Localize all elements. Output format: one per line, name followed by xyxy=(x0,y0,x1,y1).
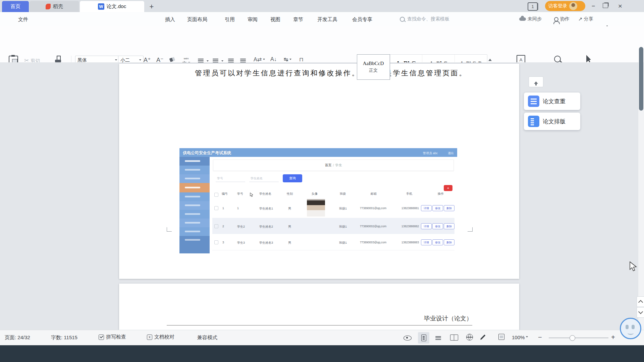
edit-button: 修改 xyxy=(432,205,443,211)
zoom-slider-track[interactable] xyxy=(549,338,608,338)
edit-button: 修改 xyxy=(432,239,443,245)
clear-format-eraser-icon[interactable] xyxy=(169,57,175,62)
share-button[interactable]: ↗ 分享 xyxy=(578,16,593,22)
window-manage-button[interactable]: 1 xyxy=(528,2,538,11)
label: 审阅 xyxy=(248,16,258,22)
ribbon-tab-section[interactable]: 章节 xyxy=(292,15,304,24)
cell-sno: 学生3 xyxy=(237,241,245,245)
spellcheck-button[interactable]: 拼写检查 xyxy=(99,334,126,340)
col-header: 学号 xyxy=(237,192,243,196)
word-count[interactable]: 字数: 11515 xyxy=(51,335,77,341)
header-rule xyxy=(167,325,472,325)
panel-collapse-button[interactable] xyxy=(529,76,543,87)
character-scale-icon[interactable]: A⇄ xyxy=(254,56,265,63)
status-bar: 页面: 24/32 字数: 11515 拼写检查 x 文档校对 兼容模式 100… xyxy=(0,330,644,346)
outline-view-icon[interactable] xyxy=(435,335,441,341)
shot-user: 管理员 abc xyxy=(423,151,438,156)
ribbon-tab-view[interactable]: 视图 xyxy=(270,15,281,24)
embedded-figure-image: 供电公司安全生产考试系统 管理员 abc 退出 首页 / 学生 学号 学生姓名 … xyxy=(179,146,457,253)
col-header: 操作 xyxy=(438,192,444,196)
eye-protect-icon[interactable] xyxy=(404,336,412,341)
previous-page-button[interactable] xyxy=(637,296,644,307)
detail-button: 详情 xyxy=(421,223,432,229)
search-placeholder: 查找命令、搜索模板 xyxy=(407,16,449,22)
paper-layout-card[interactable]: 论文排版 xyxy=(524,113,580,130)
label: 详情 xyxy=(424,241,429,244)
zoom-out-button[interactable]: − xyxy=(538,334,542,341)
mouse-cursor-icon xyxy=(250,192,254,197)
label: 修改 xyxy=(435,225,440,228)
share-label: 分享 xyxy=(584,16,593,22)
style-normal[interactable]: AaBbCcD 正文 xyxy=(357,55,390,79)
shot-add-button: + xyxy=(444,185,452,191)
paper-check-card[interactable]: 论文查重 xyxy=(524,93,580,110)
breadcrumb-home: 首页 xyxy=(325,163,332,168)
command-search-box[interactable]: 查找命令、搜索模板 xyxy=(400,16,449,22)
vertical-scrollbar[interactable] xyxy=(638,62,644,330)
document-next-page[interactable]: 毕业设计（论文） xyxy=(119,284,519,330)
styles-scroll-up-icon[interactable] xyxy=(488,57,492,61)
cell-gender: 男 xyxy=(288,206,291,211)
cell-name: 学生姓名2 xyxy=(259,225,273,229)
shot-sidebar-item xyxy=(179,201,210,210)
book-view-icon[interactable] xyxy=(450,335,458,341)
proofread-button[interactable]: x 文档校对 xyxy=(147,334,174,340)
tab-home-label: 首页 xyxy=(10,3,20,10)
shot-title: 供电公司安全生产考试系统 xyxy=(183,150,231,156)
page-view-icon[interactable] xyxy=(418,332,429,344)
checkbox-x-icon: x xyxy=(147,335,152,340)
checkbox-check-icon xyxy=(99,335,104,340)
robot-assistant-icon[interactable] xyxy=(620,318,641,339)
wrap-direction-icon[interactable]: ↹ xyxy=(284,56,291,63)
ribbon-tab-page-layout[interactable]: 页面布局 xyxy=(186,15,208,24)
label: 查询 xyxy=(289,176,296,181)
ribbon-tab-references[interactable]: 引用 xyxy=(224,15,235,24)
label: 开发工具 xyxy=(317,16,337,22)
ribbon-tab-insert[interactable]: 插入 xyxy=(164,15,176,24)
label: 插入 xyxy=(165,16,175,22)
delete-button: 删除 xyxy=(444,223,454,229)
next-page-button[interactable] xyxy=(637,307,644,318)
file-menu[interactable]: 文件 xyxy=(17,15,29,24)
minimize-button[interactable]: − xyxy=(588,2,599,10)
scrollbar-thumb[interactable] xyxy=(639,47,643,111)
collaborate-button[interactable]: 协作 xyxy=(554,16,570,22)
cell-gender: 男 xyxy=(288,241,291,245)
tab-document[interactable]: W 论文.doc xyxy=(80,1,144,12)
shot-logout: 退出 xyxy=(448,151,454,156)
collab-label: 协作 xyxy=(560,16,570,22)
new-tab-button[interactable]: + xyxy=(147,1,156,12)
sync-status-button[interactable]: 未同步 xyxy=(519,16,542,22)
zoom-slider-knob[interactable] xyxy=(570,335,575,341)
web-view-icon[interactable] xyxy=(466,334,473,341)
fit-page-icon[interactable] xyxy=(498,334,504,340)
paragraph-text: 管理员可以对学生信息进行查询和修改操作。下图就是学生信息管理页面。 xyxy=(167,68,472,78)
col-header: 学生姓名 xyxy=(259,192,271,196)
shot-table-row: 3 学生3 学生姓名3 男 班级1 773890003@qq.com 13823… xyxy=(212,234,454,250)
placeholder: 学生姓名 xyxy=(251,177,263,180)
cell-phone: 13823888883 xyxy=(401,241,419,244)
tabs-ruler-icon[interactable]: ⊓ xyxy=(299,56,303,63)
window-count: 1 xyxy=(531,4,534,9)
cell-sno: 1 xyxy=(237,206,239,210)
ribbon-tab-member[interactable]: 会员专享 xyxy=(352,15,373,24)
close-button[interactable]: × xyxy=(614,2,626,10)
ribbon-tab-review[interactable]: 审阅 xyxy=(247,15,258,24)
guest-login-button[interactable]: 访客登录 xyxy=(545,1,585,11)
zoom-level-select[interactable]: 100% xyxy=(512,335,528,340)
ribbon-tab-dev-tools[interactable]: 开发工具 xyxy=(317,15,338,24)
tab-home[interactable]: 首页 xyxy=(2,1,29,12)
col-header: 编号 xyxy=(222,192,228,196)
cell-name: 学生姓名3 xyxy=(259,241,273,245)
placeholder: 学号 xyxy=(217,177,223,180)
cell-phone: 13823888882 xyxy=(401,225,419,228)
sort-icon[interactable]: A↓ xyxy=(270,56,277,62)
share-icon: ↗ xyxy=(578,16,583,22)
document-area: 管理员可以对学生信息进行查询和修改操作。下图就是学生信息管理页面。 图 5.2 … xyxy=(0,62,644,330)
shot-sidebar-item xyxy=(179,227,210,236)
maximize-icon[interactable] xyxy=(603,3,608,8)
tab-docer[interactable]: 稻壳 xyxy=(30,1,79,12)
zoom-in-button[interactable]: + xyxy=(611,334,615,341)
edit-pen-icon[interactable] xyxy=(481,335,486,340)
shot-header: 供电公司安全生产考试系统 管理员 abc 退出 xyxy=(179,148,457,157)
